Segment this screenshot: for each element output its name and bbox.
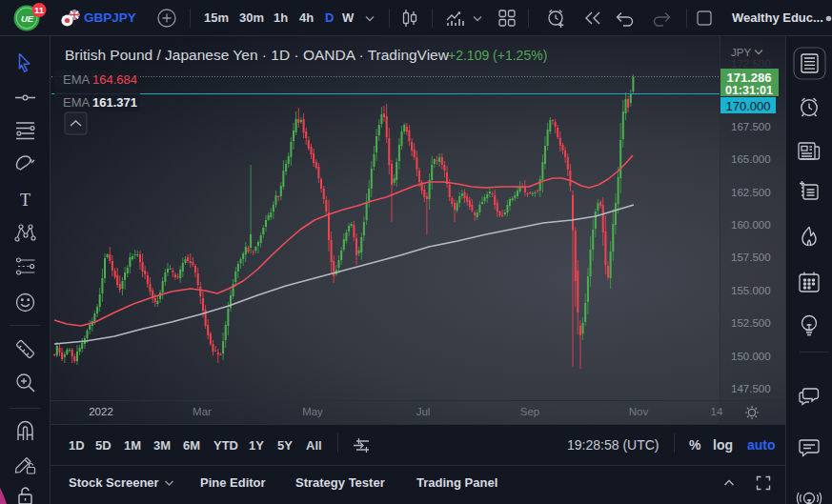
svg-text:Mar: Mar [193,406,212,417]
svg-text:EMA: EMA [63,95,91,110]
svg-text:Nov: Nov [629,406,649,417]
svg-text:+2.109 (+1.25%): +2.109 (+1.25%) [448,48,547,63]
svg-text:152.500: 152.500 [731,317,771,329]
svg-text:170.000: 170.000 [726,99,771,113]
svg-text:147.500: 147.500 [731,383,771,394]
svg-text:171.286: 171.286 [727,71,772,85]
svg-text:14: 14 [711,406,723,417]
svg-text:T: T [20,191,30,210]
svg-text:172.500: 172.500 [731,58,771,70]
svg-text:01:31:01: 01:31:01 [725,84,773,97]
svg-text:160.000: 160.000 [731,219,771,231]
svg-text:May: May [302,406,323,417]
svg-text:167.500: 167.500 [731,121,771,132]
svg-text:157.500: 157.500 [731,252,771,263]
svg-text:11: 11 [34,5,45,15]
svg-text:161.371: 161.371 [92,95,137,110]
svg-text:165.000: 165.000 [731,153,771,165]
svg-text:British Pound / Japanese Yen ·: British Pound / Japanese Yen · 1D · OAND… [65,47,450,63]
svg-text:150.000: 150.000 [731,351,771,362]
svg-text:EMA: EMA [63,72,91,87]
svg-text:164.684: 164.684 [92,72,137,87]
svg-text:Jul: Jul [416,406,431,417]
svg-text:JPY: JPY [731,47,751,58]
svg-text:Sep: Sep [520,406,539,417]
svg-text:UE: UE [21,13,34,24]
svg-text:155.000: 155.000 [731,285,771,296]
svg-text:2022: 2022 [89,406,113,417]
svg-text:162.500: 162.500 [731,187,771,198]
